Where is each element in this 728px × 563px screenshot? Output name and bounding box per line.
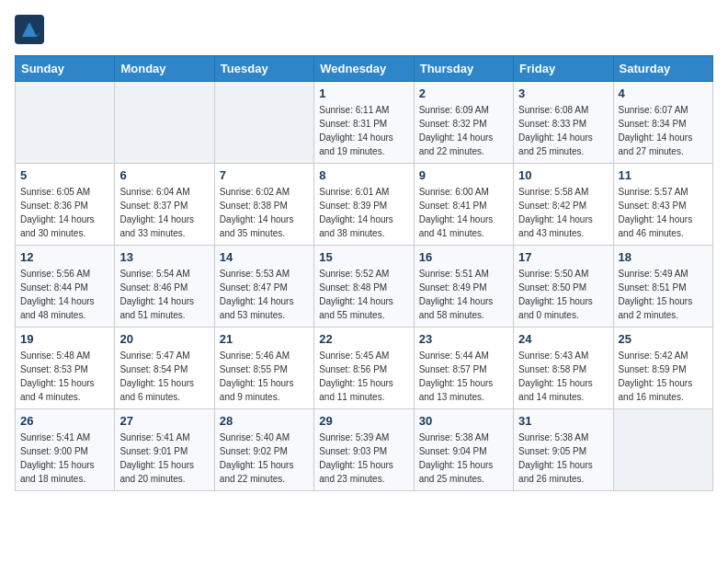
day-number: 15 [319,250,408,264]
calendar-cell: 26Sunrise: 5:41 AM Sunset: 9:00 PM Dayli… [16,409,115,491]
calendar-header-row: SundayMondayTuesdayWednesdayThursdayFrid… [16,56,713,82]
logo-icon [15,15,44,44]
calendar-cell: 13Sunrise: 5:54 AM Sunset: 8:46 PM Dayli… [115,246,214,327]
day-info: Sunrise: 5:39 AM Sunset: 9:03 PM Dayligh… [319,431,408,486]
day-number: 5 [20,168,109,182]
calendar-cell: 8Sunrise: 6:01 AM Sunset: 8:39 PM Daylig… [314,164,414,246]
day-number: 13 [119,250,209,264]
calendar-week-2: 5Sunrise: 6:05 AM Sunset: 8:36 PM Daylig… [16,164,713,246]
calendar-cell: 3Sunrise: 6:08 AM Sunset: 8:33 PM Daylig… [514,82,613,164]
day-info: Sunrise: 5:53 AM Sunset: 8:47 PM Dayligh… [220,267,309,322]
calendar-cell: 14Sunrise: 5:53 AM Sunset: 8:47 PM Dayli… [214,246,313,327]
day-number: 30 [419,414,508,428]
day-info: Sunrise: 5:40 AM Sunset: 9:02 PM Dayligh… [220,431,309,486]
calendar-week-3: 12Sunrise: 5:56 AM Sunset: 8:44 PM Dayli… [16,246,713,327]
calendar-cell [115,82,214,164]
calendar-week-5: 26Sunrise: 5:41 AM Sunset: 9:00 PM Dayli… [16,409,713,491]
day-number: 19 [20,332,109,346]
day-info: Sunrise: 6:05 AM Sunset: 8:36 PM Dayligh… [20,185,109,240]
calendar-cell [613,409,712,491]
day-number: 14 [220,250,309,264]
calendar-cell: 6Sunrise: 6:04 AM Sunset: 8:37 PM Daylig… [115,164,214,246]
day-number: 1 [319,86,408,100]
day-info: Sunrise: 5:54 AM Sunset: 8:46 PM Dayligh… [119,267,209,322]
calendar-cell: 30Sunrise: 5:38 AM Sunset: 9:04 PM Dayli… [414,409,513,491]
calendar-cell: 1Sunrise: 6:11 AM Sunset: 8:31 PM Daylig… [314,82,414,164]
day-info: Sunrise: 5:56 AM Sunset: 8:44 PM Dayligh… [20,267,109,322]
day-number: 28 [220,414,309,428]
calendar-cell [214,82,313,164]
calendar-header-saturday: Saturday [613,56,712,82]
calendar-cell: 4Sunrise: 6:07 AM Sunset: 8:34 PM Daylig… [613,82,712,164]
day-info: Sunrise: 6:00 AM Sunset: 8:41 PM Dayligh… [419,185,508,240]
day-info: Sunrise: 5:41 AM Sunset: 9:00 PM Dayligh… [20,431,109,486]
day-number: 18 [619,250,708,264]
day-number: 23 [419,332,508,346]
calendar-cell: 5Sunrise: 6:05 AM Sunset: 8:36 PM Daylig… [16,164,115,246]
calendar-cell: 11Sunrise: 5:57 AM Sunset: 8:43 PM Dayli… [613,164,712,246]
calendar-cell: 18Sunrise: 5:49 AM Sunset: 8:51 PM Dayli… [613,246,712,327]
day-number: 21 [220,332,309,346]
day-info: Sunrise: 5:46 AM Sunset: 8:55 PM Dayligh… [220,349,309,404]
day-number: 26 [20,414,109,428]
calendar-cell: 20Sunrise: 5:47 AM Sunset: 8:54 PM Dayli… [115,327,214,409]
day-info: Sunrise: 5:58 AM Sunset: 8:42 PM Dayligh… [518,185,608,240]
calendar-cell: 16Sunrise: 5:51 AM Sunset: 8:49 PM Dayli… [414,246,513,327]
calendar-header-friday: Friday [514,56,613,82]
day-info: Sunrise: 5:57 AM Sunset: 8:43 PM Dayligh… [619,185,708,240]
calendar-header-wednesday: Wednesday [314,56,414,82]
day-info: Sunrise: 5:49 AM Sunset: 8:51 PM Dayligh… [619,267,708,322]
day-number: 29 [319,414,408,428]
day-info: Sunrise: 6:01 AM Sunset: 8:39 PM Dayligh… [319,185,408,240]
calendar-week-4: 19Sunrise: 5:48 AM Sunset: 8:53 PM Dayli… [16,327,713,409]
calendar-cell: 29Sunrise: 5:39 AM Sunset: 9:03 PM Dayli… [314,409,414,491]
calendar-cell: 28Sunrise: 5:40 AM Sunset: 9:02 PM Dayli… [214,409,313,491]
day-info: Sunrise: 5:50 AM Sunset: 8:50 PM Dayligh… [518,267,608,322]
day-info: Sunrise: 6:08 AM Sunset: 8:33 PM Dayligh… [518,103,608,158]
calendar-cell [16,82,115,164]
day-info: Sunrise: 5:48 AM Sunset: 8:53 PM Dayligh… [20,349,109,404]
day-number: 25 [619,332,708,346]
calendar-cell: 21Sunrise: 5:46 AM Sunset: 8:55 PM Dayli… [214,327,313,409]
calendar-cell: 25Sunrise: 5:42 AM Sunset: 8:59 PM Dayli… [613,327,712,409]
calendar-cell: 15Sunrise: 5:52 AM Sunset: 8:48 PM Dayli… [314,246,414,327]
day-number: 16 [419,250,508,264]
calendar-cell: 22Sunrise: 5:45 AM Sunset: 8:56 PM Dayli… [314,327,414,409]
calendar-header-monday: Monday [115,56,214,82]
day-info: Sunrise: 6:04 AM Sunset: 8:37 PM Dayligh… [119,185,209,240]
day-info: Sunrise: 6:02 AM Sunset: 8:38 PM Dayligh… [220,185,309,240]
calendar-cell: 31Sunrise: 5:38 AM Sunset: 9:05 PM Dayli… [514,409,613,491]
day-number: 24 [518,332,608,346]
day-number: 22 [319,332,408,346]
day-number: 20 [119,332,209,346]
calendar-cell: 2Sunrise: 6:09 AM Sunset: 8:32 PM Daylig… [414,82,513,164]
day-number: 2 [419,86,508,100]
calendar-cell: 17Sunrise: 5:50 AM Sunset: 8:50 PM Dayli… [514,246,613,327]
calendar-cell: 24Sunrise: 5:43 AM Sunset: 8:58 PM Dayli… [514,327,613,409]
day-number: 8 [319,168,408,182]
calendar-table: SundayMondayTuesdayWednesdayThursdayFrid… [15,55,713,491]
day-info: Sunrise: 5:38 AM Sunset: 9:05 PM Dayligh… [518,431,608,486]
logo [15,15,48,44]
page-header [15,15,713,44]
day-number: 4 [619,86,708,100]
day-info: Sunrise: 5:38 AM Sunset: 9:04 PM Dayligh… [419,431,508,486]
calendar-header-tuesday: Tuesday [214,56,313,82]
calendar-header-sunday: Sunday [16,56,115,82]
day-number: 12 [20,250,109,264]
day-info: Sunrise: 5:44 AM Sunset: 8:57 PM Dayligh… [419,349,508,404]
day-info: Sunrise: 5:41 AM Sunset: 9:01 PM Dayligh… [119,431,209,486]
day-number: 7 [220,168,309,182]
day-info: Sunrise: 5:42 AM Sunset: 8:59 PM Dayligh… [619,349,708,404]
day-number: 31 [518,414,608,428]
day-info: Sunrise: 5:47 AM Sunset: 8:54 PM Dayligh… [119,349,209,404]
day-number: 11 [619,168,708,182]
calendar-cell: 10Sunrise: 5:58 AM Sunset: 8:42 PM Dayli… [514,164,613,246]
day-info: Sunrise: 6:09 AM Sunset: 8:32 PM Dayligh… [419,103,508,158]
day-info: Sunrise: 5:51 AM Sunset: 8:49 PM Dayligh… [419,267,508,322]
day-number: 27 [119,414,209,428]
calendar-week-1: 1Sunrise: 6:11 AM Sunset: 8:31 PM Daylig… [16,82,713,164]
day-number: 10 [518,168,608,182]
calendar-cell: 12Sunrise: 5:56 AM Sunset: 8:44 PM Dayli… [16,246,115,327]
calendar-cell: 9Sunrise: 6:00 AM Sunset: 8:41 PM Daylig… [414,164,513,246]
